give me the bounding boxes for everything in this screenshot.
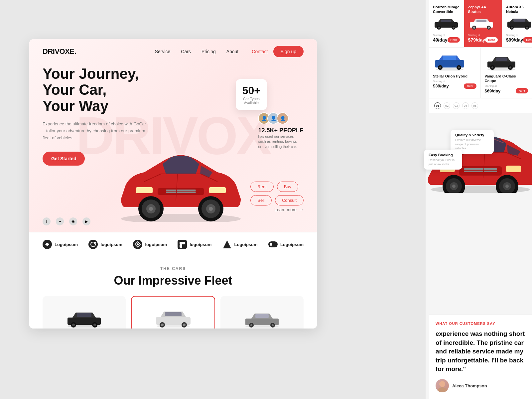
- price-zephyr: $79/day: [468, 37, 485, 43]
- svg-point-58: [473, 27, 475, 29]
- svg-point-64: [511, 27, 513, 29]
- signup-button[interactable]: Sign up: [273, 46, 304, 57]
- svg-rect-44: [255, 314, 269, 318]
- fleet-card-1[interactable]: [43, 296, 126, 329]
- svg-rect-4: [136, 187, 153, 193]
- stats-label: Car Types Available: [242, 97, 260, 105]
- hero-title: Your Journey, Your Car, Your Way: [43, 66, 149, 114]
- social-icons-row: f ✦ ◉ ▶: [43, 217, 90, 225]
- svg-rect-56: [476, 20, 486, 22]
- rent-btn-vanguard[interactable]: Rent: [516, 88, 528, 93]
- nav-pricing[interactable]: Pricing: [201, 49, 216, 54]
- starting-at-aurora: Starting at: [506, 34, 532, 37]
- testimonial-section: WHAT OUR CUSTOMERS SAY experience was no…: [429, 315, 532, 399]
- nav-cars[interactable]: Cars: [181, 49, 191, 54]
- avatar-3: 👤: [277, 112, 289, 124]
- people-count: 12.5K+ PEOPLE: [258, 127, 304, 134]
- car-img-vanguard: [485, 52, 518, 70]
- facebook-icon[interactable]: f: [43, 217, 51, 225]
- svg-point-80: [509, 66, 511, 68]
- svg-rect-3: [166, 192, 196, 193]
- buy-button[interactable]: Buy: [277, 182, 298, 192]
- dot-4[interactable]: 04: [462, 102, 469, 109]
- author-name: Aleea Thompson: [452, 383, 487, 388]
- svg-rect-84: [464, 171, 497, 172]
- svg-rect-30: [77, 313, 91, 317]
- easy-booking-title: Easy Booking: [429, 153, 458, 157]
- stats-number: 50+: [242, 84, 260, 97]
- consult-button[interactable]: Consult: [275, 195, 304, 205]
- nav-service[interactable]: Service: [155, 49, 171, 54]
- svg-rect-22: [180, 242, 182, 244]
- instagram-icon[interactable]: ◉: [69, 217, 77, 225]
- svg-point-96: [439, 381, 445, 387]
- svg-rect-76: [496, 58, 507, 61]
- fleet-section: THE CARS Our Impressive Fleet: [29, 256, 317, 329]
- nav-contact[interactable]: Contact: [252, 49, 268, 54]
- dot-3[interactable]: 03: [453, 102, 460, 109]
- svg-rect-37: [165, 312, 182, 316]
- car-card-stellar: Stellar Orion Hybrid Starting at $39/day…: [429, 48, 481, 98]
- svg-rect-69: [443, 56, 456, 60]
- youtube-icon[interactable]: ▶: [82, 217, 90, 225]
- partner-6: Logoipsum: [268, 240, 304, 249]
- right-panel-top: Horizon Mirage Convertible Starting at 4…: [429, 0, 532, 113]
- svg-point-52: [438, 27, 440, 29]
- people-stats: 👤 👤 👤 12.5K+ PEOPLE has used our service…: [258, 112, 304, 149]
- svg-point-41: [183, 324, 186, 326]
- rent-btn-zephyr[interactable]: Rent: [485, 37, 498, 43]
- car-name-zephyr: Zephyr A4 Stratos: [468, 5, 498, 14]
- nav-about[interactable]: About: [226, 49, 239, 54]
- learn-more-link[interactable]: Learn more →: [275, 207, 304, 212]
- svg-rect-83: [464, 168, 497, 170]
- dot-2[interactable]: 02: [444, 102, 450, 109]
- svg-rect-62: [513, 19, 525, 22]
- svg-rect-50: [441, 20, 451, 22]
- sell-button[interactable]: Sell: [250, 195, 272, 205]
- car-card-zephyr: Zephyr A4 Stratos Starting at $79/day Re…: [464, 0, 502, 47]
- brand-logo: DRIVOXE.: [43, 47, 76, 56]
- hero-content: Your Journey, Your Car, Your Way Experie…: [43, 66, 149, 166]
- rent-btn-horizon[interactable]: Rent: [448, 37, 460, 43]
- pagination-dots: 01 02 03 04 05: [429, 98, 532, 113]
- svg-point-78: [491, 66, 493, 68]
- hero-section: DRIVOX DRIVOXE. Service Cars Pricing Abo…: [29, 39, 317, 232]
- car-card-vanguard: Vanguard C-Class Coupe Starting at $69/d…: [481, 48, 532, 98]
- rent-btn-aurora[interactable]: Rent: [523, 37, 532, 43]
- dot-1[interactable]: 01: [434, 102, 441, 109]
- avatar-group: 👤 👤 👤: [258, 112, 304, 124]
- twitter-icon[interactable]: ✦: [56, 217, 64, 225]
- rent-button[interactable]: Rent: [250, 182, 273, 192]
- dot-5[interactable]: 05: [471, 102, 478, 109]
- partner-4: logoipsum: [178, 240, 211, 249]
- navbar: DRIVOXE. Service Cars Pricing About Cont…: [29, 39, 317, 64]
- action-buttons: Rent Buy Sell Consult: [250, 182, 304, 205]
- fleet-subtitle: THE CARS: [43, 266, 304, 271]
- svg-point-97: [438, 387, 447, 392]
- car-name-aurora: Aurora X5 Nebula: [506, 5, 532, 14]
- partner-2: logoipsum: [88, 240, 122, 249]
- testimonial-author: Aleea Thompson: [436, 379, 525, 392]
- svg-point-27: [270, 243, 272, 246]
- rent-btn-stellar[interactable]: Rent: [464, 83, 476, 89]
- author-avatar: [436, 379, 449, 392]
- get-started-button[interactable]: Get Started: [43, 152, 85, 166]
- svg-point-66: [526, 27, 528, 29]
- easy-booking-badge: Easy Booking Reserve your car in just a …: [424, 150, 462, 170]
- svg-point-32: [72, 324, 75, 326]
- car-img-stellar: [433, 52, 466, 70]
- easy-booking-text: Reserve your car in just a few clicks.: [429, 158, 458, 166]
- svg-point-34: [93, 324, 96, 326]
- svg-point-18: [94, 242, 96, 244]
- svg-point-9: [149, 207, 153, 211]
- svg-point-13: [209, 207, 213, 211]
- quality-badge-title: Quality & Variety: [455, 133, 489, 137]
- quality-badge-text: Explore our diverse range of premium veh…: [455, 138, 489, 151]
- fleet-card-3[interactable]: [220, 296, 304, 329]
- partner-3: logoipsum: [133, 240, 167, 249]
- fleet-card-2[interactable]: [131, 296, 215, 329]
- svg-point-90: [452, 185, 456, 188]
- svg-rect-23: [182, 242, 185, 244]
- car-img-zephyr: [468, 16, 495, 30]
- car-card-aurora: Aurora X5 Nebula Starting at $99/day Ren…: [502, 0, 532, 47]
